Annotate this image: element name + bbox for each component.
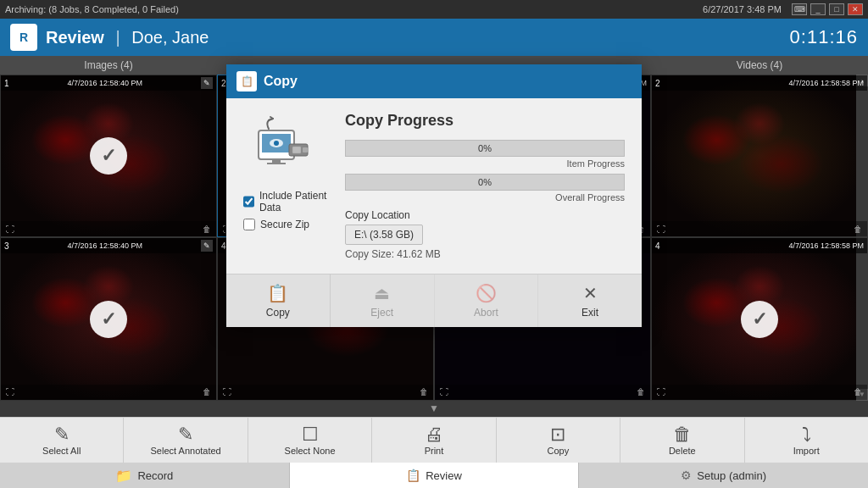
setup-label: Setup (admin) bbox=[697, 469, 766, 482]
select-all-button[interactable]: ✎ Select All bbox=[0, 418, 124, 463]
svg-rect-7 bbox=[303, 147, 308, 152]
copy-illustration bbox=[252, 112, 320, 180]
abort-footer-icon: 🚫 bbox=[476, 283, 497, 303]
item-progress-section: 0% Item Progress bbox=[345, 140, 625, 169]
modal-right-panel: Copy Progress 0% Item Progress bbox=[345, 112, 625, 260]
secure-zip-label[interactable]: Secure Zip bbox=[243, 219, 328, 230]
delete-button[interactable]: 🗑 Delete bbox=[620, 418, 744, 463]
record-tab[interactable]: 📁 Record bbox=[0, 463, 290, 488]
eject-footer-icon: ⏏ bbox=[374, 283, 390, 303]
patient-name: Doe, Jane bbox=[131, 28, 209, 47]
overall-progress-label: Overall Progress bbox=[345, 192, 625, 202]
modal-header: 📋 Copy bbox=[226, 64, 642, 98]
select-none-label: Select None bbox=[285, 446, 336, 456]
exit-footer-icon: ✕ bbox=[583, 283, 598, 303]
close-button[interactable]: ✕ bbox=[848, 3, 863, 15]
session-timer: 0:11:16 bbox=[790, 26, 858, 48]
select-annotated-button[interactable]: ✎ Select Annotated bbox=[124, 418, 248, 463]
select-annotated-icon: ✎ bbox=[178, 425, 193, 444]
svg-point-3 bbox=[274, 141, 279, 146]
svg-rect-5 bbox=[267, 163, 286, 164]
modal-abort-button[interactable]: 🚫 Abort bbox=[435, 274, 539, 327]
modal-checkboxes: Include Patient Data Secure Zip bbox=[243, 190, 328, 230]
include-patient-label[interactable]: Include Patient Data bbox=[243, 190, 328, 214]
select-all-label: Select All bbox=[42, 446, 81, 456]
copy-size-text: Copy Size: 41.62 MB bbox=[345, 248, 625, 260]
modal-header-icon: 📋 bbox=[236, 71, 257, 92]
app-logo: R bbox=[10, 24, 37, 51]
copy-location-button[interactable]: E:\ (3.58 GB) bbox=[345, 225, 423, 245]
scroll-indicator: ▼ bbox=[429, 402, 439, 414]
record-folder-icon: 📁 bbox=[115, 468, 132, 484]
select-none-button[interactable]: ☐ Select None bbox=[248, 418, 372, 463]
print-label: Print bbox=[425, 446, 444, 456]
delete-label: Delete bbox=[669, 446, 696, 456]
modal-exit-button[interactable]: ✕ Exit bbox=[538, 274, 642, 327]
item-progress-text: 0% bbox=[346, 141, 624, 156]
svg-rect-8 bbox=[292, 147, 301, 153]
overall-progress-bar: 0% bbox=[345, 174, 625, 191]
setup-tab[interactable]: ⚙ Setup (admin) bbox=[579, 463, 868, 488]
secure-zip-checkbox[interactable] bbox=[243, 219, 255, 230]
modal-copy-button[interactable]: 📋 Copy bbox=[226, 274, 331, 327]
print-icon: 🖨 bbox=[425, 425, 443, 444]
modal-footer: 📋 Copy ⏏ Eject 🚫 Abort ✕ Exit bbox=[226, 274, 642, 327]
select-all-icon: ✎ bbox=[54, 425, 70, 444]
app-title: Review | Doe, Jane bbox=[46, 28, 209, 47]
record-label: Record bbox=[137, 469, 173, 482]
media-sections: Images (4) 1 4/7/2016 12:58:40 PM ✎ ⛶ bbox=[0, 56, 868, 401]
review-tab[interactable]: 📋 Review bbox=[290, 463, 580, 488]
include-patient-checkbox[interactable] bbox=[243, 196, 254, 208]
title-bar-controls: 6/27/2017 3:48 PM ⌨ _ □ ✕ bbox=[703, 3, 863, 15]
item-progress-bar: 0% bbox=[345, 140, 625, 157]
item-progress-label: Item Progress bbox=[345, 158, 625, 169]
overall-progress-section: 0% Overall Progress bbox=[345, 174, 625, 202]
gear-icon: ⚙ bbox=[681, 469, 692, 482]
modal-body: Include Patient Data Secure Zip Copy Pro… bbox=[226, 98, 642, 274]
select-none-icon: ☐ bbox=[302, 425, 319, 444]
title-bar: Archiving: (8 Jobs, 8 Completed, 0 Faile… bbox=[0, 0, 868, 19]
title-bar-text: Archiving: (8 Jobs, 8 Completed, 0 Faile… bbox=[5, 4, 703, 14]
copy-footer-icon: 📋 bbox=[267, 283, 288, 303]
minimize-button[interactable]: _ bbox=[810, 3, 826, 15]
copy-location-label: Copy Location bbox=[345, 209, 625, 221]
import-button[interactable]: ⤵ Import bbox=[745, 418, 868, 463]
svg-rect-4 bbox=[272, 159, 281, 163]
modal-eject-button[interactable]: ⏏ Eject bbox=[331, 274, 435, 327]
scroll-row[interactable]: ▼ bbox=[0, 401, 868, 417]
app-header: R Review | Doe, Jane 0:11:16 bbox=[0, 19, 868, 56]
copy-progress-title: Copy Progress bbox=[345, 112, 625, 130]
copy-modal-overlay: 📋 Copy bbox=[0, 56, 868, 401]
review-label: Review bbox=[426, 469, 462, 482]
title-bar-time: 6/27/2017 3:48 PM bbox=[703, 4, 782, 14]
app-name: Review bbox=[46, 28, 104, 47]
import-label: Import bbox=[793, 446, 820, 456]
keyboard-icon[interactable]: ⌨ bbox=[792, 3, 807, 15]
copy-svg-icon bbox=[252, 112, 320, 180]
copy-modal: 📋 Copy bbox=[226, 64, 642, 327]
review-icon: 📋 bbox=[406, 469, 420, 482]
overall-progress-text: 0% bbox=[346, 175, 624, 190]
modal-title: Copy bbox=[264, 74, 298, 89]
print-button[interactable]: 🖨 Print bbox=[372, 418, 496, 463]
copy-button[interactable]: ⊡ Copy bbox=[497, 418, 620, 463]
delete-icon: 🗑 bbox=[673, 425, 692, 444]
modal-left-panel: Include Patient Data Secure Zip bbox=[243, 112, 328, 260]
main-area: Images (4) 1 4/7/2016 12:58:40 PM ✎ ⛶ bbox=[0, 56, 868, 417]
copy-icon: ⊡ bbox=[550, 425, 565, 444]
copy-label: Copy bbox=[548, 446, 570, 456]
maximize-button[interactable]: □ bbox=[829, 3, 844, 15]
bottom-toolbar: ✎ Select All ✎ Select Annotated ☐ Select… bbox=[0, 417, 868, 463]
select-annotated-label: Select Annotated bbox=[151, 446, 221, 456]
status-bar: 📁 Record 📋 Review ⚙ Setup (admin) bbox=[0, 463, 868, 488]
import-icon: ⤵ bbox=[802, 425, 811, 444]
